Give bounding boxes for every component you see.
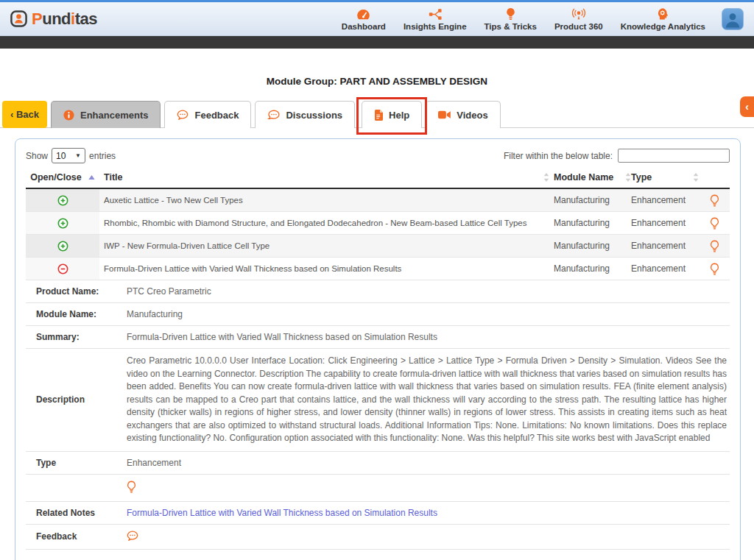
video-camera-icon xyxy=(438,110,451,119)
secondary-nav-bar xyxy=(0,36,754,49)
punditas-logo-icon xyxy=(10,10,27,27)
table-row-expanded[interactable]: Formula-Driven Lattice with Varied Wall … xyxy=(26,258,730,280)
table-filter-control: Filter within the below table: xyxy=(504,149,730,163)
detail-row-description: Description Creo Parametric 10.0.0.0 Use… xyxy=(26,349,730,452)
app-header: Punditas Dashboard Insights Engine Tips … xyxy=(0,2,754,36)
info-icon xyxy=(63,110,74,121)
table-header-row: Open/Close Title Module Name Type xyxy=(26,172,730,189)
nav-item-dashboard[interactable]: Dashboard xyxy=(342,7,386,31)
open-row-icon[interactable] xyxy=(57,241,68,252)
table-controls: Show 10 ▼ entries Filter within the belo… xyxy=(26,148,730,163)
open-row-icon[interactable] xyxy=(57,218,68,229)
detail-row-related-notes: Related Notes Formula-Driven Lattice wit… xyxy=(26,502,730,525)
filter-label: Filter within the below table: xyxy=(504,151,613,161)
tab-feedback[interactable]: Feedback xyxy=(164,101,251,128)
document-icon xyxy=(374,110,383,121)
user-avatar-button[interactable] xyxy=(722,8,744,30)
column-header-open-close[interactable]: Open/Close xyxy=(26,172,99,182)
sort-asc-icon xyxy=(88,175,95,180)
podcast-icon xyxy=(572,7,585,21)
share-nodes-icon xyxy=(429,7,442,21)
column-header-title[interactable]: Title xyxy=(99,172,554,182)
chevron-down-icon: ▼ xyxy=(75,152,81,159)
detail-row-summary: Summary: Formula-Driven Lattice with Var… xyxy=(26,326,730,349)
table-row[interactable]: Rhombic, Rhombic with Diamond Structure,… xyxy=(26,212,730,235)
sort-icon xyxy=(693,173,699,182)
column-header-type[interactable]: Type xyxy=(631,172,699,182)
detail-row-module-name: Module Name: Manufacturing xyxy=(26,303,730,326)
table-row[interactable]: IWP - New Formula-Driven Lattice Cell Ty… xyxy=(26,235,730,258)
tab-videos[interactable]: Videos xyxy=(426,101,500,128)
filter-input[interactable] xyxy=(618,149,730,163)
gauge-icon xyxy=(356,7,370,21)
tab-help[interactable]: Help xyxy=(362,101,422,128)
back-button[interactable]: ‹ Back xyxy=(2,101,47,128)
page-size-select[interactable]: 10 ▼ xyxy=(52,148,85,163)
sort-icon xyxy=(625,173,631,182)
comments-icon xyxy=(267,110,280,121)
nav-item-insights-engine[interactable]: Insights Engine xyxy=(404,7,467,31)
nav-item-tips-tricks[interactable]: Tips & Tricks xyxy=(485,7,537,31)
detail-row-type: Type Enhancement xyxy=(26,452,730,475)
tab-discussions[interactable]: Discussions xyxy=(255,101,355,128)
sort-icon xyxy=(543,173,549,182)
related-notes-link[interactable]: Formula-Driven Lattice with Varied Wall … xyxy=(127,508,437,518)
comment-icon[interactable] xyxy=(127,531,138,541)
lightbulb-icon xyxy=(506,7,515,21)
open-row-icon[interactable] xyxy=(57,195,68,206)
lightbulb-icon[interactable] xyxy=(710,240,719,252)
lightbulb-icon[interactable] xyxy=(710,217,719,230)
side-panel-toggle[interactable]: ‹ xyxy=(740,96,754,117)
chevron-left-icon: ‹ xyxy=(745,101,749,113)
help-tab-annotation-wrapper: Help xyxy=(362,101,422,128)
comment-icon xyxy=(177,110,188,120)
lightbulb-icon[interactable] xyxy=(710,194,719,207)
head-gear-icon xyxy=(657,7,669,21)
content-panel: Show 10 ▼ entries Filter within the belo… xyxy=(15,138,741,560)
page-length-control: Show 10 ▼ entries xyxy=(26,148,116,163)
column-header-module-name[interactable]: Module Name xyxy=(554,172,631,182)
detail-row-lightbulb xyxy=(26,475,730,502)
nav-item-product-360[interactable]: Product 360 xyxy=(554,7,603,31)
detail-row-product-name: Product Name: PTC Creo Parametric xyxy=(26,280,730,303)
close-row-icon[interactable] xyxy=(57,263,68,274)
brand-name: Punditas xyxy=(32,10,97,29)
nav-item-knowledge-analytics[interactable]: Knowledge Analytics xyxy=(621,7,705,31)
tab-bar: ‹ Back Enhancements Feedback Discussions… xyxy=(0,101,754,128)
detail-row-feedback: Feedback xyxy=(26,525,730,550)
brand-logo[interactable]: Punditas xyxy=(10,10,97,29)
page-title: Module Group: PART AND ASSEMBLY DESIGN xyxy=(0,76,754,87)
lightbulb-icon[interactable] xyxy=(710,263,719,275)
table-row[interactable]: Auxetic Lattice - Two New Cell Types Man… xyxy=(26,189,730,212)
lightbulb-icon[interactable] xyxy=(127,481,136,493)
tab-enhancements[interactable]: Enhancements xyxy=(51,101,161,128)
row-detail-section: Product Name: PTC Creo Parametric Module… xyxy=(26,280,730,550)
person-icon xyxy=(724,10,741,28)
main-nav: Dashboard Insights Engine Tips & Tricks … xyxy=(342,7,705,31)
